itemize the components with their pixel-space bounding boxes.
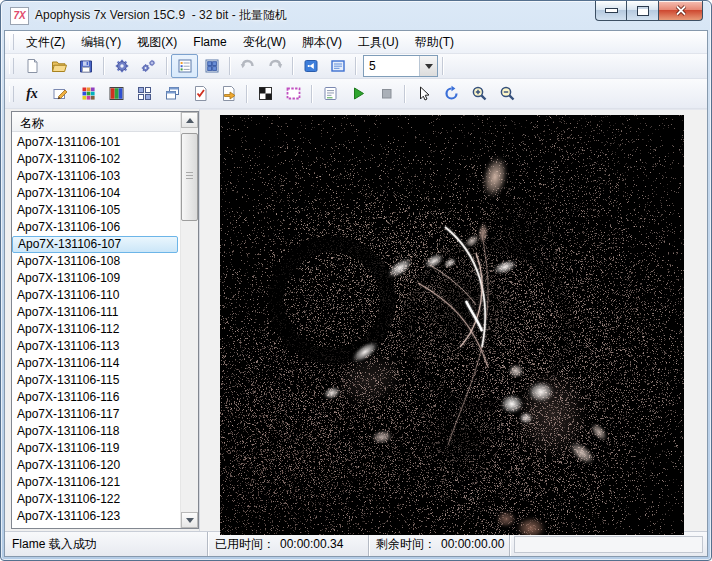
- flame-list-item[interactable]: Apo7X-131106-124: [12, 525, 180, 528]
- maximize-button[interactable]: [626, 1, 659, 21]
- image-size-button[interactable]: [279, 80, 307, 107]
- status-message-panel: Flame 载入成功: [5, 532, 208, 556]
- open-button[interactable]: [45, 54, 72, 78]
- close-button[interactable]: [659, 1, 703, 21]
- messages-button[interactable]: [316, 80, 344, 107]
- adjust-button[interactable]: [46, 80, 74, 107]
- stop-render-button[interactable]: [372, 80, 400, 107]
- elapsed-time-value: 00:00:00.34: [280, 537, 343, 551]
- minimize-button[interactable]: [595, 1, 626, 21]
- flame-list-item[interactable]: Apo7X-131106-108: [12, 253, 180, 270]
- flame-preview-canvas[interactable]: [220, 115, 684, 535]
- elapsed-time-label: 已用时间：: [215, 536, 275, 553]
- undo-icon: [240, 58, 256, 74]
- list-scrollbar[interactable]: [181, 112, 198, 528]
- random-batch-button[interactable]: [135, 54, 162, 78]
- zoom-out-button[interactable]: [493, 80, 521, 107]
- quality-dropdown[interactable]: 5: [363, 55, 438, 77]
- undo-button[interactable]: [234, 54, 261, 78]
- toolbar-separator: [355, 57, 356, 75]
- palette-button[interactable]: [102, 80, 130, 107]
- flame-list-item[interactable]: Apo7X-131106-109: [12, 270, 180, 287]
- toolbar-separator: [166, 57, 167, 75]
- flame-list-item[interactable]: Apo7X-131106-116: [12, 389, 180, 406]
- toolbar-separator: [442, 57, 443, 75]
- flame-list-item[interactable]: Apo7X-131106-113: [12, 338, 180, 355]
- flame-list-item[interactable]: Apo7X-131106-105: [12, 202, 180, 219]
- start-render-button[interactable]: [344, 80, 372, 107]
- flame-list-item[interactable]: Apo7X-131106-121: [12, 474, 180, 491]
- menu-item[interactable]: 脚本(V): [294, 31, 350, 54]
- flame-list-item[interactable]: Apo7X-131106-118: [12, 423, 180, 440]
- cascade-windows-button[interactable]: [158, 80, 186, 107]
- toolbar-tools: fx: [5, 79, 707, 109]
- title-bar[interactable]: 7X Apophysis 7x Version 15C.9 - 32 bit -…: [1, 1, 711, 30]
- edit-pencil-icon: [52, 85, 69, 102]
- gradient-button[interactable]: [74, 80, 102, 107]
- transparency-toggle-button[interactable]: [251, 80, 279, 107]
- flame-list-item[interactable]: Apo7X-131106-112: [12, 321, 180, 338]
- progress-panel: [510, 532, 707, 556]
- select-mode-button[interactable]: [409, 80, 437, 107]
- scroll-thumb[interactable]: [181, 133, 198, 221]
- rotate-mode-button[interactable]: [437, 80, 465, 107]
- scroll-track[interactable]: [181, 128, 198, 512]
- list-view-icon: [177, 58, 193, 74]
- flame-list-item[interactable]: Apo7X-131106-122: [12, 491, 180, 508]
- chevron-down-icon: [425, 64, 433, 69]
- checkerboard-icon: [257, 85, 274, 102]
- frame-icon: [285, 85, 302, 102]
- zoom-in-button[interactable]: [465, 80, 493, 107]
- flame-list-header[interactable]: 名称: [12, 112, 180, 132]
- zoom-out-icon: [499, 85, 516, 102]
- menu-item[interactable]: 编辑(Y): [73, 31, 129, 54]
- cascade-windows-icon: [164, 85, 181, 102]
- menu-item[interactable]: 工具(U): [350, 31, 407, 54]
- save-button[interactable]: [72, 54, 99, 78]
- scroll-down-button[interactable]: [181, 512, 198, 528]
- random-flame-button[interactable]: [108, 54, 135, 78]
- flame-list-items: Apo7X-131106-101Apo7X-131106-102Apo7X-13…: [12, 132, 180, 528]
- new-flame-button[interactable]: [18, 54, 45, 78]
- toolbar-separator: [103, 57, 104, 75]
- progress-bar: [514, 536, 703, 553]
- render-all-button[interactable]: [214, 80, 242, 107]
- toolbar-grip: [9, 58, 14, 74]
- flame-list-item[interactable]: Apo7X-131106-106: [12, 219, 180, 236]
- menu-item[interactable]: Flame: [185, 32, 234, 52]
- flame-list-item[interactable]: Apo7X-131106-102: [12, 151, 180, 168]
- triangle-down-icon: [186, 518, 194, 523]
- flame-list-item[interactable]: Apo7X-131106-107: [12, 236, 178, 253]
- close-icon: [675, 5, 687, 16]
- restore-default-button[interactable]: [297, 54, 324, 78]
- color-grid-icon: [80, 85, 97, 102]
- flame-list-item[interactable]: Apo7X-131106-101: [12, 134, 180, 151]
- quality-dropdown-value: 5: [369, 59, 376, 73]
- mutation-button[interactable]: [130, 80, 158, 107]
- toolbar-separator: [229, 57, 230, 75]
- menu-item[interactable]: 变化(W): [235, 31, 294, 54]
- flame-list-item[interactable]: Apo7X-131106-115: [12, 372, 180, 389]
- save-icon: [78, 58, 94, 74]
- menu-item[interactable]: 视图(X): [129, 31, 185, 54]
- flame-list-item[interactable]: Apo7X-131106-110: [12, 287, 180, 304]
- flame-list-item[interactable]: Apo7X-131106-117: [12, 406, 180, 423]
- render-flame-button[interactable]: [186, 80, 214, 107]
- scroll-up-button[interactable]: [181, 112, 198, 128]
- flame-list-item[interactable]: Apo7X-131106-114: [12, 355, 180, 372]
- list-view-button[interactable]: [171, 54, 198, 78]
- flame-list-item[interactable]: Apo7X-131106-104: [12, 185, 180, 202]
- menu-item[interactable]: 帮助(T): [407, 31, 462, 54]
- details-panel-button[interactable]: [324, 54, 351, 78]
- flame-list-item[interactable]: Apo7X-131106-111: [12, 304, 180, 321]
- thumbnail-view-button[interactable]: [198, 54, 225, 78]
- flame-list-item[interactable]: Apo7X-131106-103: [12, 168, 180, 185]
- editor-button[interactable]: fx: [18, 80, 46, 107]
- menu-item[interactable]: 文件(Z): [18, 31, 73, 54]
- flame-list-item[interactable]: Apo7X-131106-120: [12, 457, 180, 474]
- flame-list-item[interactable]: Apo7X-131106-123: [12, 508, 180, 525]
- flame-list-item[interactable]: Apo7X-131106-119: [12, 440, 180, 457]
- toolbar-separator: [404, 85, 405, 103]
- dropdown-button[interactable]: [419, 56, 437, 76]
- redo-button[interactable]: [261, 54, 288, 78]
